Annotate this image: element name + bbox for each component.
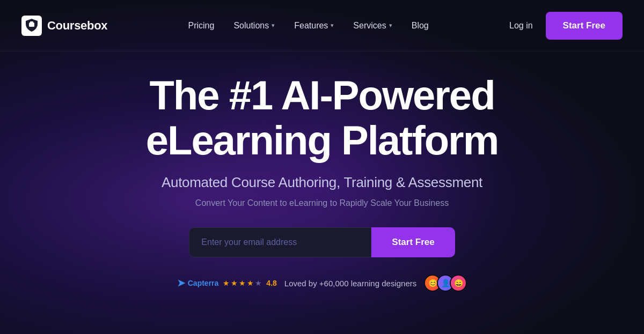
nav-link-services[interactable]: Services ▾ (353, 21, 392, 31)
hero-cta-group: Start Free (189, 227, 455, 257)
capterra-name: Capterra (188, 279, 219, 287)
star-icon: ★ (247, 279, 254, 287)
nav-item-blog[interactable]: Blog (412, 21, 429, 31)
brand-logo-icon (21, 16, 42, 36)
nav-link-solutions[interactable]: Solutions ▾ (233, 21, 275, 31)
social-proof: ➤ Capterra ★ ★ ★ ★ ★ 4.8 Loved by +60,00… (177, 274, 467, 292)
capterra-logo: ➤ Capterra (177, 277, 219, 289)
star-icon: ★ (255, 279, 262, 287)
start-free-nav-button[interactable]: Start Free (546, 12, 623, 40)
loved-by-text: Loved by +60,000 learning designers (284, 279, 416, 288)
hero-title: The #1 AI-Powered eLearning Platform (146, 73, 499, 162)
star-icon: ★ (231, 279, 238, 287)
svg-rect-2 (30, 21, 33, 24)
nav-link-blog[interactable]: Blog (412, 21, 429, 31)
nav-link-features[interactable]: Features ▾ (294, 21, 334, 31)
nav-item-features[interactable]: Features ▾ (294, 21, 334, 31)
navbar: Coursebox Pricing Solutions ▾ Features ▾… (0, 0, 644, 51)
avatar: 😄 (450, 274, 467, 292)
nav-item-solutions[interactable]: Solutions ▾ (233, 21, 275, 31)
star-icon: ★ (239, 279, 246, 287)
nav-actions: Log in Start Free (509, 12, 623, 40)
nav-item-services[interactable]: Services ▾ (353, 21, 392, 31)
email-input[interactable] (189, 227, 371, 257)
hero-subtitle: Automated Course Authoring, Training & A… (162, 174, 482, 191)
star-rating: ★ ★ ★ ★ ★ (223, 279, 262, 287)
nav-link-pricing[interactable]: Pricing (188, 21, 214, 31)
avatar-group: 😊 👤 😄 (424, 274, 467, 292)
chevron-down-icon: ▾ (331, 22, 334, 29)
login-button[interactable]: Log in (509, 21, 533, 31)
star-icon: ★ (223, 279, 230, 287)
nav-brand: Coursebox (21, 16, 107, 36)
nav-item-pricing[interactable]: Pricing (188, 21, 214, 31)
brand-name: Coursebox (47, 19, 107, 33)
capterra-score: 4.8 (266, 279, 276, 287)
capterra-badge: ➤ Capterra ★ ★ ★ ★ ★ 4.8 (177, 277, 277, 289)
hero-description: Convert Your Content to eLearning to Rap… (195, 198, 449, 208)
chevron-down-icon: ▾ (272, 22, 275, 29)
chevron-down-icon: ▾ (389, 22, 392, 29)
start-free-hero-button[interactable]: Start Free (371, 227, 455, 257)
nav-links: Pricing Solutions ▾ Features ▾ Services … (188, 21, 428, 31)
hero-section: The #1 AI-Powered eLearning Platform Aut… (0, 51, 644, 292)
capterra-arrow-icon: ➤ (177, 277, 185, 289)
